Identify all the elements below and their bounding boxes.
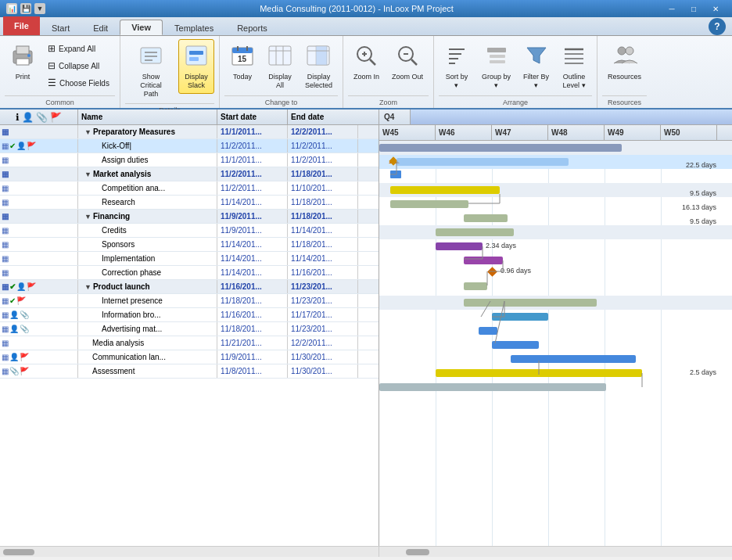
task-name[interactable]: Sponsors xyxy=(78,238,217,251)
table-row: ▦ 👤 🚩 Communication lan... 11/9/2011... … xyxy=(0,350,379,364)
display-all-icon xyxy=(267,43,292,71)
left-scrollbar[interactable] xyxy=(0,547,379,557)
task-name[interactable]: ▼ Preparatory Measures xyxy=(78,125,217,138)
week-w50: W50 xyxy=(661,125,717,140)
expand-all-button[interactable]: ⊞ Expand All xyxy=(44,41,113,56)
table-row: ▦ Correction phase 11/14/201... 11/16/20… xyxy=(0,266,379,280)
task-name[interactable]: Kick-Off| xyxy=(78,139,217,153)
gantt-bar-media xyxy=(511,355,636,363)
collapse-button[interactable]: ▼ xyxy=(84,283,92,291)
collapse-all-button[interactable]: ⊟ Collapse All xyxy=(44,58,113,74)
tab-view[interactable]: View xyxy=(120,20,163,35)
task-name[interactable]: Communication lan... xyxy=(78,350,217,364)
display-all-button[interactable]: DisplayAll xyxy=(262,39,298,94)
help-button[interactable]: ? xyxy=(709,18,726,35)
quick-access-save[interactable]: 💾 xyxy=(20,3,31,14)
maximize-button[interactable]: □ xyxy=(684,0,704,17)
filter-by-button[interactable]: Filter By▾ xyxy=(518,39,554,94)
credits-duration: 2.34 days xyxy=(486,242,516,249)
task-name[interactable]: Assessment xyxy=(78,364,217,378)
sort-by-button[interactable]: Sort by▾ xyxy=(439,39,475,94)
ribbon-group-label-arrange: Arrange xyxy=(439,95,592,108)
outline-level-button[interactable]: OutlineLevel ▾ xyxy=(556,39,592,94)
collapse-button[interactable]: ▼ xyxy=(84,171,92,178)
check-icon: ✔ xyxy=(9,282,16,291)
choose-fields-button[interactable]: ☰ Choose Fields xyxy=(44,75,113,91)
quarter-label: Q4 xyxy=(379,109,411,124)
show-critical-path-button[interactable]: Show CriticalPath xyxy=(125,39,177,102)
grid-icon: ▦ xyxy=(2,127,9,136)
collapse-icon: ⊟ xyxy=(48,60,56,71)
task-name[interactable]: Internet presence xyxy=(78,294,217,307)
task-name[interactable]: Competition ana... xyxy=(78,181,217,195)
right-scrollbar[interactable] xyxy=(379,547,732,557)
ribbon-group-details: Show CriticalPath DisplaySlack Details xyxy=(120,36,220,108)
display-selected-button[interactable]: DisplaySelected xyxy=(300,39,338,94)
minimize-button[interactable]: ─ xyxy=(662,0,682,17)
group-by-icon xyxy=(484,43,509,71)
ribbon-group-label-zoom: Zoom xyxy=(348,95,429,108)
task-start: 11/9/2011... xyxy=(217,224,288,237)
gantt-bar-assessment xyxy=(379,383,606,391)
tab-reports[interactable]: Reports xyxy=(225,20,279,35)
task-start: 11/16/201... xyxy=(217,280,288,293)
task-name[interactable]: ▼ Financing xyxy=(78,210,217,223)
row-icons: ▦ xyxy=(0,196,78,209)
check-icon: ✔ xyxy=(9,296,16,305)
scrollbar-thumb-right[interactable] xyxy=(406,549,429,555)
ribbon-group-resources-items: Resources xyxy=(602,39,647,94)
task-name[interactable]: Assign duties xyxy=(78,153,217,167)
today-button[interactable]: 15 Today xyxy=(224,39,260,85)
gantt-bar-competition xyxy=(390,200,468,208)
flag-header-icon: 🚩 xyxy=(50,112,62,123)
ribbon-group-zoom-items: Zoom In Zoom Out xyxy=(348,39,429,94)
gantt-bar-research xyxy=(464,214,508,222)
collapse-button[interactable]: ▼ xyxy=(84,213,92,221)
attach-icon: 📎 xyxy=(20,325,29,333)
outline-level-icon xyxy=(562,43,587,71)
quarter-header: Q4 xyxy=(379,109,732,125)
task-name[interactable]: Media analysis xyxy=(78,336,217,350)
table-row: ▦ Competition ana... 11/2/2011... 11/10/… xyxy=(0,181,379,196)
quick-access-arrow[interactable]: ▼ xyxy=(34,3,45,14)
display-slack-button[interactable]: DisplaySlack xyxy=(178,39,214,94)
zoom-out-button[interactable]: Zoom Out xyxy=(386,39,429,85)
task-name[interactable]: Information bro... xyxy=(78,308,217,321)
table-row: ▦ ✔ 🚩 Internet presence 11/18/201... 11/… xyxy=(0,294,379,308)
task-start: 11/9/2011... xyxy=(217,210,288,223)
svg-rect-35 xyxy=(490,55,505,58)
tab-file-btn[interactable]: File xyxy=(3,16,40,35)
horizontal-scrollbar[interactable] xyxy=(0,546,732,557)
task-name[interactable]: Implementation xyxy=(78,252,217,265)
row-icons: ▦ 👤 📎 xyxy=(0,322,78,336)
row-icons: ▦ xyxy=(0,224,78,237)
task-name[interactable]: ▼ Market analysis xyxy=(78,167,217,181)
scrollbar-thumb-left[interactable] xyxy=(3,549,34,555)
week-w47: W47 xyxy=(492,125,548,140)
task-name[interactable]: ▼ Product launch xyxy=(78,280,217,293)
tab-templates[interactable]: Templates xyxy=(163,20,225,35)
group-by-button[interactable]: Group by▾ xyxy=(476,39,516,94)
gantt-bar-preparatory xyxy=(379,144,622,152)
collapse-button[interactable]: ▼ xyxy=(84,128,92,136)
svg-point-3 xyxy=(27,54,30,57)
resources-button[interactable]: Resources xyxy=(602,39,647,85)
tab-edit[interactable]: Edit xyxy=(81,20,120,35)
table-row: ▦ 👤 📎 Information bro... 11/16/201... 11… xyxy=(0,308,379,322)
task-start: 11/18/201... xyxy=(217,322,288,336)
svg-rect-8 xyxy=(186,46,206,65)
task-name[interactable]: Credits xyxy=(78,224,217,237)
task-name[interactable]: Research xyxy=(78,196,217,209)
task-name[interactable]: Advertising mat... xyxy=(78,322,217,336)
task-name[interactable]: Correction phase xyxy=(78,266,217,279)
zoom-in-button[interactable]: Zoom In xyxy=(348,39,385,85)
critical-path-icon xyxy=(138,43,163,71)
close-button[interactable]: ✕ xyxy=(705,0,726,17)
tab-start[interactable]: Start xyxy=(40,20,81,35)
person-icon: 👤 xyxy=(9,311,19,319)
print-button[interactable]: Print xyxy=(5,39,41,85)
print-label: Print xyxy=(16,73,30,81)
icon-header: ℹ 👤 📎 🚩 xyxy=(0,109,78,124)
grid-icon: ▦ xyxy=(2,268,9,277)
svg-rect-34 xyxy=(487,48,506,52)
